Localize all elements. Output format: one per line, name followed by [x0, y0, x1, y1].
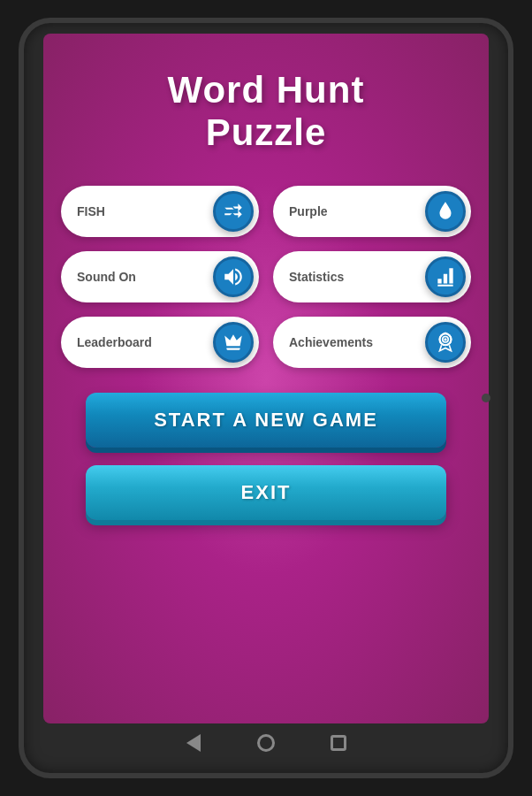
menu-item-sound[interactable]: Sound On [61, 251, 259, 302]
sound-icon [213, 256, 254, 297]
tablet-frame: Word Hunt Puzzle FISH Purple [19, 18, 513, 778]
menu-item-statistics[interactable]: Statistics [273, 251, 471, 302]
menu-achievements-label: Achievements [289, 335, 425, 349]
start-new-game-button[interactable]: START A NEW GAME [86, 393, 446, 448]
stats-icon [425, 256, 466, 297]
screen: Word Hunt Puzzle FISH Purple [43, 34, 489, 723]
achievement-icon [425, 322, 466, 363]
camera-indicator [482, 394, 490, 402]
menu-statistics-label: Statistics [289, 270, 425, 284]
crown-icon [213, 322, 254, 363]
home-button[interactable] [252, 729, 280, 757]
menu-item-fish[interactable]: FISH [61, 186, 259, 237]
app-title: Word Hunt Puzzle [168, 69, 365, 155]
recent-button[interactable] [324, 729, 353, 757]
menu-purple-label: Purple [289, 204, 425, 218]
shuffle-icon [213, 191, 254, 232]
menu-leaderboard-label: Leaderboard [77, 335, 213, 349]
menu-grid: FISH Purple Sound On [61, 186, 471, 368]
svg-point-2 [444, 338, 446, 341]
menu-item-purple[interactable]: Purple [273, 186, 471, 237]
exit-button[interactable]: EXIT [86, 465, 446, 520]
menu-fish-label: FISH [77, 204, 213, 218]
menu-item-achievements[interactable]: Achievements [273, 317, 471, 368]
drop-icon [425, 191, 466, 232]
menu-item-leaderboard[interactable]: Leaderboard [61, 317, 259, 368]
nav-bar [31, 723, 501, 762]
menu-sound-label: Sound On [77, 270, 213, 284]
back-button[interactable] [179, 729, 208, 757]
